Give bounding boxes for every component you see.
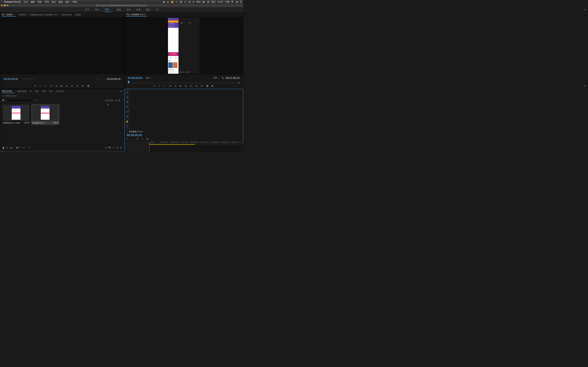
effects-tab[interactable]: 效果 — [42, 90, 46, 93]
overwrite-icon[interactable]: ⊞ — [82, 85, 84, 87]
source-monitor-viewport[interactable] — [0, 17, 124, 74]
program-duration[interactable]: 00;01;06;28 — [226, 76, 240, 79]
media-browser-tab[interactable]: 媒体浏览器 — [17, 90, 27, 93]
workspace-menu-icon[interactable]: ≡ — [110, 9, 111, 10]
record-icon[interactable]: ◉ — [163, 1, 165, 3]
goto-in-icon[interactable]: |◂ — [50, 85, 53, 87]
evernote-icon[interactable]: 📓 — [180, 1, 182, 3]
menu-sequence[interactable]: 序列 — [45, 0, 49, 3]
app-name[interactable]: Premiere Pro CC — [4, 1, 21, 3]
workspace-learn[interactable]: 学习 — [85, 8, 90, 12]
play-icon[interactable]: ▶ — [61, 85, 63, 87]
new-item-icon[interactable]: 🗎 — [116, 147, 118, 149]
prog-step-fwd-icon[interactable]: |▸ — [185, 85, 188, 87]
hand-tool-icon[interactable]: ✋ — [126, 120, 129, 123]
source-scale-icon[interactable]: ▭ — [96, 78, 98, 80]
menubar-user[interactable]: 宁晨 — [225, 0, 229, 3]
wifi-icon[interactable]: ⊚ — [192, 1, 194, 3]
battery-percent[interactable]: 64% — [196, 1, 200, 3]
icon-view-icon[interactable]: ▦ — [10, 147, 12, 149]
wechat-icon[interactable]: ☁ — [167, 1, 169, 3]
bluetooth-icon[interactable]: ⁂ — [188, 1, 190, 3]
program-scrubber[interactable] — [128, 81, 240, 83]
lock-icon[interactable]: 🔒 — [2, 147, 5, 149]
step-fwd-icon[interactable]: |▸ — [66, 85, 69, 87]
slip-tool-icon[interactable]: |↔| — [126, 110, 129, 113]
trash-icon[interactable]: 🗑 — [120, 147, 122, 149]
prog-out-icon[interactable]: } — [164, 85, 167, 87]
find-icon[interactable]: 🔍 — [109, 147, 111, 149]
list-view-icon[interactable]: ☰ — [7, 147, 8, 149]
menu-edit[interactable]: 编辑 — [31, 0, 35, 3]
bin-icon[interactable]: 🗀 — [2, 95, 4, 97]
source-tab-project[interactable]: 项目:未命名 — [62, 13, 72, 17]
menu-window[interactable]: 窗口 — [66, 0, 70, 3]
timeline-playhead[interactable] — [149, 144, 150, 152]
history-tab[interactable]: 历史记录 — [56, 90, 64, 93]
menu-file[interactable]: 文件 — [24, 0, 28, 3]
siri-icon[interactable]: ◉ — [236, 1, 238, 3]
menubar-day[interactable]: 周五 — [211, 0, 216, 3]
prog-lift-icon[interactable]: ⊟ — [196, 85, 198, 87]
project-item-1[interactable]: 背景模糊-字大小.MOV1;06;28 — [2, 104, 30, 125]
page-next-icon[interactable]: ▸ — [32, 78, 34, 80]
export-frame-icon[interactable]: 📷 — [87, 85, 90, 87]
prog-goto-out-icon[interactable]: ▸| — [190, 85, 193, 87]
insert-icon[interactable]: ⊕ — [77, 85, 79, 87]
minimize-window-button[interactable] — [4, 5, 6, 6]
menu-clip[interactable]: 剪辑 — [38, 0, 42, 3]
menu-graphics[interactable]: 图形 — [59, 0, 63, 3]
source-drag-icon[interactable]: ⇢ — [100, 78, 102, 80]
new-bin-icon[interactable]: 🗀 — [35, 100, 36, 101]
selection-tool-icon[interactable]: ▲ — [126, 91, 129, 94]
workspace-color[interactable]: 颜色 — [116, 8, 121, 12]
program-tab[interactable]: 节目: 背景模糊-字大小 ≡ — [126, 13, 147, 17]
project-item-2[interactable]: 背景模糊-字大小1;06;28 — [31, 104, 59, 125]
workspace-library[interactable]: 库 — [156, 8, 158, 12]
timeline-track-area[interactable]: ;00;0000;00;14;2900;00;29;2900;00;44;280… — [149, 141, 243, 152]
workspace-graphics[interactable]: 图形 — [146, 8, 151, 12]
workspace-effects[interactable]: 效果 — [126, 8, 131, 12]
work-area-bar[interactable] — [149, 144, 195, 145]
sort-icon[interactable]: ⇅ — [29, 147, 30, 149]
source-tab-metadata[interactable]: 元数据 — [75, 13, 81, 17]
prog-extract-icon[interactable]: ⊞ — [201, 85, 203, 87]
program-quality-select[interactable]: 完整 — [213, 76, 219, 79]
marker-icon[interactable]: ♥ — [35, 85, 37, 87]
source-timecode-right[interactable]: 00;00;00;00 — [107, 77, 121, 80]
out-point-icon[interactable]: } — [45, 85, 48, 87]
battery-icon[interactable]: ▮▯ — [203, 1, 205, 3]
prog-export-frame-icon[interactable]: 📷 — [206, 85, 209, 87]
program-fit-select[interactable]: 适合 — [146, 76, 152, 79]
program-monitor-viewport[interactable]: 天 火热退场 基础手机 剪训练营 ▶ 拍摄 ◈◈ 玩法 热门卡点 ‹ 视频 — [124, 17, 243, 75]
new-bin-footer-icon[interactable]: 🗀 — [113, 147, 115, 149]
type-tool-icon[interactable]: T — [126, 125, 129, 128]
page-prev-icon[interactable]: ◂ — [23, 78, 24, 80]
program-timecode[interactable]: 00;00;00;00 — [128, 76, 142, 79]
source-timecode-left[interactable]: 00;00;00;00 — [4, 77, 18, 80]
prog-compare-icon[interactable]: ▦ — [211, 85, 214, 87]
close-window-button[interactable] — [1, 5, 3, 6]
source-tab-effect-controls[interactable]: 效果控件 — [19, 13, 27, 17]
project-tab[interactable]: 项目:未命名 ≡ — [2, 90, 14, 93]
project-search-input[interactable] — [7, 99, 33, 102]
sequence-menu-icon[interactable]: ≡ — [145, 131, 146, 133]
pen-tool-icon[interactable]: ✎ — [126, 115, 129, 118]
maximize-window-button[interactable] — [7, 5, 9, 6]
source-tab-audio-mixer[interactable]: 音频剪辑混合器: 背景模糊-字大小 — [30, 13, 59, 17]
prog-step-back-icon[interactable]: ◂| — [175, 85, 177, 87]
library-tab[interactable]: 库 — [30, 90, 32, 93]
timeline-timecode[interactable]: 00;00;00;00 — [127, 134, 241, 137]
program-wrench-icon[interactable]: 🔧 — [222, 77, 224, 79]
workspace-assembly[interactable]: 组件 — [95, 8, 100, 12]
ripple-tool-icon[interactable]: ⇆ — [126, 100, 129, 103]
menu-help[interactable]: 帮助 — [73, 0, 77, 3]
close-sequence-icon[interactable]: × — [127, 131, 128, 133]
snap-icon[interactable]: ⁕ — [127, 138, 129, 140]
razor-tool-icon[interactable]: ✂ — [126, 105, 129, 108]
freeform-view-icon[interactable]: ○ — [13, 147, 15, 149]
menubar-time[interactable]: 14:37 — [218, 1, 223, 3]
spotlight-icon[interactable]: 🔍 — [231, 1, 234, 3]
timeline-marker-icon[interactable]: ♥ — [141, 138, 144, 140]
markers-tab[interactable]: 标记 — [49, 90, 53, 93]
